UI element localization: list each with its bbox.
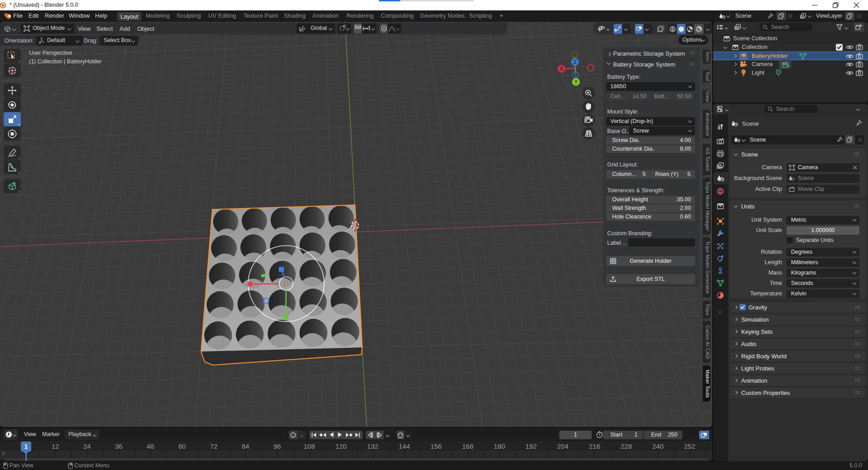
svg-text:Y: Y: [574, 79, 577, 85]
svg-text:X: X: [560, 66, 563, 71]
svg-text:Z: Z: [574, 59, 577, 65]
